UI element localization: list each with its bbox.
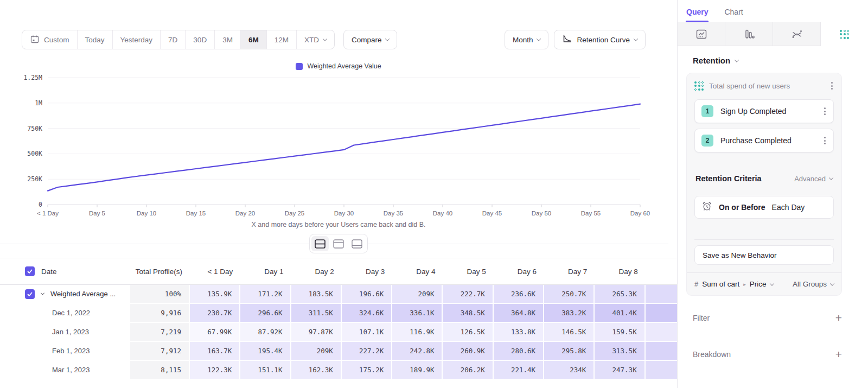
breakdown-label: Breakdown — [693, 350, 731, 359]
step-label: Purchase Completed — [720, 136, 792, 145]
criteria-label: Retention Criteria — [695, 174, 762, 183]
retention-value-cell: 234K — [544, 361, 595, 380]
retention-value-cell: 175.2K — [342, 361, 392, 380]
retention-tab[interactable] — [821, 22, 868, 46]
header-col: Day 5 — [443, 258, 493, 284]
property-arrow-icon: ▸ — [743, 282, 746, 287]
retention-value-cell-partial — [646, 285, 677, 304]
range-custom[interactable]: Custom — [22, 30, 78, 49]
step-purchase-completed[interactable]: 2 Purchase Completed — [694, 129, 834, 152]
funnels-icon — [743, 28, 755, 40]
retention-value-cell: 260.9K — [443, 342, 493, 361]
retention-value-cell: 189.9K — [392, 361, 443, 380]
section-title: Retention — [693, 56, 730, 65]
tab-chart[interactable]: Chart — [724, 8, 743, 22]
retention-value-cell: 383.2K — [544, 304, 595, 323]
row-checkbox[interactable] — [25, 289, 35, 299]
groups-dropdown[interactable]: All Groups — [793, 280, 834, 288]
svg-text:< 1 Day: < 1 Day — [37, 210, 59, 217]
view-toggle-group — [309, 234, 368, 253]
retention-value-cell: 209K — [291, 342, 342, 361]
table-row: Dec 1, 20229,916230.7K296.6K311.5K324.6K… — [0, 304, 677, 323]
range-xtd[interactable]: XTD — [297, 30, 334, 49]
add-breakdown-button[interactable]: + — [835, 348, 842, 360]
panel-tabs: Query Chart — [678, 0, 868, 22]
behavior-card: Total spend of new users 1 Sign Up Compl… — [686, 73, 842, 296]
granularity-button[interactable]: Month — [505, 30, 549, 49]
measure-property: Price — [750, 280, 767, 288]
range-today[interactable]: Today — [78, 30, 113, 49]
breakdown-section: Breakdown + — [693, 348, 842, 360]
chevron-down-icon — [385, 36, 390, 41]
header-col: Day 7 — [544, 258, 595, 284]
svg-text:Day 35: Day 35 — [384, 210, 403, 217]
retention-value-cell: 295.8K — [544, 342, 595, 361]
range-3m[interactable]: 3M — [215, 30, 241, 49]
retention-value-cell: 227.2K — [342, 342, 392, 361]
row-label-cell: Feb 1, 2023 — [0, 342, 130, 361]
panel-body: Retention Total spend of new users 1 Sig… — [678, 46, 868, 360]
range-12m[interactable]: 12M — [267, 30, 297, 49]
chart-only-toggle[interactable] — [330, 236, 347, 251]
retention-value-cell: 133.8K — [494, 323, 544, 342]
retention-value-cell: 221.4K — [494, 361, 544, 380]
retention-value-cell: 87.92K — [240, 323, 291, 342]
measure-row: # Sum of cart ▸ Price All Groups — [687, 272, 841, 295]
retention-value-cell: 250.7K — [544, 285, 595, 304]
header-col: Day 6 — [494, 258, 544, 284]
retention-value-cell: 97.87K — [291, 323, 342, 342]
retention-value-cell: 151.1K — [240, 361, 291, 380]
criteria-card[interactable]: On or Before Each Day — [694, 196, 834, 219]
number-property-icon: # — [694, 280, 698, 288]
retention-value-cell: 126.5K — [443, 323, 493, 342]
row-label-cell: Weighted Average ... — [0, 285, 130, 304]
svg-text:Day 40: Day 40 — [433, 210, 452, 217]
step-sign-up-completed[interactable]: 1 Sign Up Completed — [694, 99, 834, 123]
expand-chevron-icon[interactable] — [41, 291, 44, 295]
svg-text:Day 55: Day 55 — [581, 210, 601, 217]
select-all-checkbox[interactable] — [25, 266, 35, 276]
toolbar-left: CustomTodayYesterday7D30D3M6M12MXTD Comp… — [22, 30, 397, 49]
divider — [694, 239, 834, 240]
table-only-toggle[interactable] — [348, 236, 366, 251]
range-30d[interactable]: 30D — [186, 30, 215, 49]
retention-value-cell: 171.2K — [240, 285, 291, 304]
retention-value-cell: 196.6K — [342, 285, 392, 304]
svg-text:Day 15: Day 15 — [186, 210, 206, 217]
kebab-menu-icon[interactable] — [823, 136, 827, 145]
report-type-tabs — [678, 22, 868, 46]
svg-text:Day 60: Day 60 — [630, 210, 650, 217]
range-7d[interactable]: 7D — [161, 30, 186, 49]
retention-chart: 0250K500K750K1M1.25M< 1 DayDay 5Day 10Da… — [0, 70, 677, 221]
split-view-toggle[interactable] — [311, 236, 329, 251]
insights-tab[interactable] — [678, 22, 725, 46]
range-6m[interactable]: 6M — [241, 30, 267, 49]
retention-value-cell: 209K — [392, 285, 443, 304]
report-section-selector[interactable]: Retention — [693, 56, 738, 65]
range-yesterday[interactable]: Yesterday — [113, 30, 161, 49]
kebab-menu-icon[interactable] — [830, 81, 834, 91]
tab-query[interactable]: Query — [686, 8, 708, 22]
flows-tab[interactable] — [773, 22, 821, 46]
retention-value-cell-partial — [646, 361, 677, 380]
retention-value-cell: 159.5K — [595, 323, 645, 342]
retention-value-cell: 206.2K — [443, 361, 493, 380]
retention-value-cell: 401.4K — [595, 304, 645, 323]
kebab-menu-icon[interactable] — [823, 106, 827, 116]
svg-text:Day 10: Day 10 — [137, 210, 156, 217]
measure-event: Sum of cart — [702, 280, 739, 288]
header-col-partial — [646, 258, 677, 284]
header-col: Total Profile(s) — [130, 258, 190, 284]
retention-value-cell: 280.6K — [494, 342, 544, 361]
insights-icon — [695, 28, 707, 40]
retention-value-cell: 135.9K — [190, 285, 240, 304]
save-behavior-button[interactable]: Save as New Behavior — [694, 245, 834, 265]
chart-type-button[interactable]: Retention Curve — [554, 30, 646, 49]
measure-dropdown[interactable]: # Sum of cart ▸ Price — [694, 280, 774, 288]
advanced-dropdown[interactable]: Advanced — [794, 175, 833, 183]
funnels-tab[interactable] — [725, 22, 773, 46]
add-filter-button[interactable]: + — [835, 312, 842, 323]
compare-button[interactable]: Compare — [343, 30, 398, 49]
report-main: CustomTodayYesterday7D30D3M6M12MXTD Comp… — [0, 0, 677, 388]
retention-value-cell: 265.3K — [595, 285, 645, 304]
